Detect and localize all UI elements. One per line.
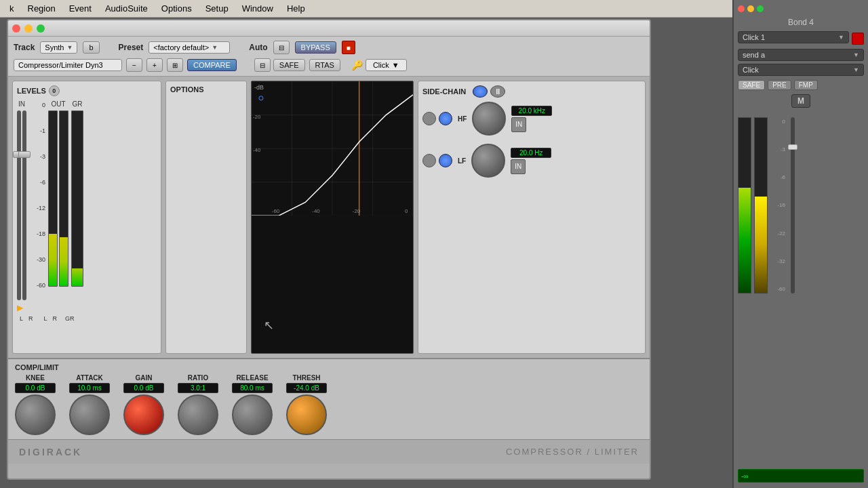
menu-window[interactable]: Window [235, 1, 280, 16]
release-knob[interactable] [232, 394, 273, 435]
rp-safe-btn[interactable]: SAFE [738, 80, 765, 90]
menu-setup[interactable]: Setup [199, 1, 235, 16]
rp-close-btn[interactable] [738, 5, 745, 12]
maximize-btn[interactable] [37, 24, 45, 33]
levels-panel: LEVELS 0 IN [12, 81, 161, 354]
header-section: Track Synth▼ b Preset <factory default>▼… [8, 37, 650, 77]
attack-value: 10.0 ms [69, 383, 110, 393]
knee-knob[interactable] [15, 394, 56, 435]
synth-select[interactable]: Synth▼ [40, 41, 77, 54]
rp-max-btn[interactable] [757, 5, 764, 12]
title-bar [8, 20, 650, 37]
menu-options[interactable]: Options [155, 1, 199, 16]
lf-btn2[interactable] [439, 154, 452, 167]
click1-select[interactable]: Click 1▼ [738, 31, 849, 43]
out-l-meter [48, 110, 58, 287]
safe-button[interactable]: SAFE [273, 59, 305, 71]
bypass-button[interactable]: BYPASS [295, 41, 336, 54]
rp-meter-section: 0-3-6-16-22-32-60 [738, 117, 864, 293]
in-r-fader[interactable] [22, 110, 26, 300]
in-l-fader[interactable] [17, 110, 21, 300]
rp-pre-btn[interactable]: PRE [768, 80, 791, 90]
hf-value: 20.0 kHz [511, 106, 552, 116]
rp-click-select[interactable]: Click▼ [738, 64, 864, 76]
knee-group: KNEE 0.0 dB [15, 374, 56, 435]
knee-label: KNEE [26, 374, 45, 382]
preset-label: Preset [119, 43, 144, 52]
menu-k[interactable]: k [3, 1, 21, 16]
out-r-meter [59, 110, 68, 287]
gain-label: GAIN [136, 374, 153, 382]
rp-fmp-btn[interactable]: FMP [794, 80, 818, 90]
menu-region[interactable]: Region [21, 1, 62, 16]
options-panel: OPTIONS [165, 81, 247, 354]
compressor-label: COMPRESSOR / LIMITER [506, 447, 639, 457]
graph-cursor[interactable]: ↖ [264, 318, 274, 333]
sidechain-filter2-btn[interactable]: II [490, 85, 505, 98]
hf-row: HF 20.0 kHz IN [422, 102, 641, 136]
copy-btn[interactable]: ⊞ [167, 58, 183, 72]
ratio-group: RATIO 3.0:1 [178, 374, 218, 435]
hf-btn2[interactable] [439, 112, 452, 125]
hf-knob[interactable] [472, 102, 506, 136]
sidechain-filter1-btn[interactable] [473, 85, 488, 98]
plugin-name-select[interactable]: Compressor/Limiter Dyn3 [14, 59, 122, 71]
release-group: RELEASE 80.0 ms [232, 374, 273, 435]
menu-event[interactable]: Event [62, 1, 98, 16]
plus-btn[interactable]: + [146, 58, 163, 72]
rp-right-meter [754, 117, 768, 293]
svg-text:-dB: -dB [254, 84, 264, 91]
compare-button[interactable]: COMPARE [187, 59, 237, 71]
rp-bottom: -∞ [738, 469, 864, 483]
rp-min-btn[interactable] [747, 5, 754, 12]
thresh-value: -24.0 dB [286, 383, 327, 393]
lf-in-btn[interactable]: IN [511, 159, 526, 174]
minimize-btn[interactable] [24, 24, 33, 33]
thresh-group: THRESH -24.0 dB [286, 374, 327, 435]
play-button[interactable]: ▶ [17, 303, 28, 314]
thresh-label: THRESH [292, 374, 320, 382]
digirack-label: DIGIRACK [19, 447, 82, 458]
rtas-button[interactable]: RTAS [309, 59, 340, 71]
release-value: 80.0 ms [232, 383, 273, 393]
svg-text:-20: -20 [253, 114, 261, 120]
hf-in-btn[interactable]: IN [511, 117, 526, 132]
hf-label: HF [458, 115, 467, 123]
preset-select[interactable]: <factory default>▼ [149, 41, 230, 54]
close-red-button[interactable]: ■ [342, 41, 355, 54]
b-button[interactable]: b [83, 41, 99, 54]
in-label: IN [18, 100, 25, 108]
lf-knob[interactable] [471, 144, 505, 178]
lf-btn1[interactable] [422, 154, 436, 167]
gain-knob[interactable] [123, 394, 164, 435]
ratio-knob[interactable] [178, 394, 218, 435]
safe-auto-btn[interactable]: ⊟ [254, 58, 271, 72]
thresh-knob[interactable] [286, 394, 327, 435]
attack-label: ATTACK [76, 374, 103, 382]
sidechain-panel: SIDE-CHAIN II HF 20.0 k [418, 81, 646, 354]
close-btn[interactable] [12, 24, 20, 33]
attack-group: ATTACK 10.0 ms [69, 374, 110, 435]
click-select[interactable]: Click▼ [366, 59, 407, 71]
m-button[interactable]: M [791, 94, 810, 108]
hf-btn1[interactable] [422, 112, 436, 125]
l-label-in: L [20, 315, 23, 322]
levels-reset-btn[interactable]: 0 [49, 85, 60, 96]
attack-knob[interactable] [69, 394, 110, 435]
rp-fader-handle[interactable] [788, 144, 797, 150]
auto-icon-btn[interactable]: ⊟ [273, 41, 290, 54]
knee-value: 0.0 dB [15, 383, 56, 393]
senda-select[interactable]: send a▼ [738, 49, 864, 61]
out-label: OUT [51, 100, 65, 108]
branding-bar: DIGIRACK COMPRESSOR / LIMITER [8, 439, 650, 464]
rp-meter-scale: 0-3-6-16-22-32-60 [770, 117, 785, 293]
ratio-value: 3.0:1 [178, 383, 218, 393]
meter-scale: 0-1-3-6-12-18-30-60 [29, 100, 45, 290]
gr-meter [71, 110, 83, 287]
menu-help[interactable]: Help [280, 1, 312, 16]
menu-audiosuite[interactable]: AudioSuite [98, 1, 155, 16]
minus-btn[interactable]: − [126, 58, 142, 72]
complimit-section: COMP/LIMIT KNEE 0.0 dB ATTACK 10.0 ms GA… [8, 358, 650, 439]
rp-red-btn[interactable] [852, 33, 864, 45]
rp-green-text: -∞ [741, 472, 748, 480]
